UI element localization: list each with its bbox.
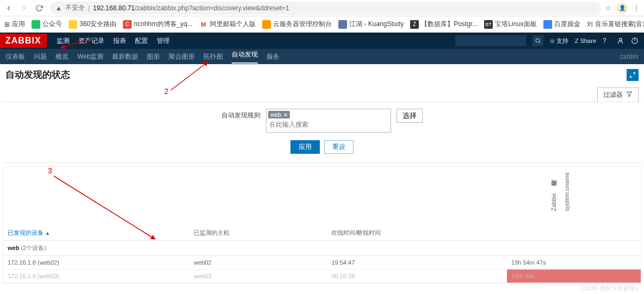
user-icon[interactable] [617, 37, 624, 45]
multiselect-input[interactable] [268, 118, 389, 130]
filter-icon [626, 91, 633, 99]
svg-marker-5 [627, 92, 632, 97]
sub-screens[interactable]: 聚合图形 [169, 52, 195, 61]
insecure-icon: ▲ [55, 4, 62, 12]
bookmark-icon [543, 20, 552, 29]
support-link[interactable]: ⊙ 支持 [550, 37, 568, 45]
discovery-table: 已发现的设备 ▲ 已监测的主机 在线时间/断线时间 web (2个设备) 172… [3, 226, 641, 283]
app-header: ZABBIX 监测 资产记录 报表 配置 管理 ⊙ 支持 Z Share ? [0, 33, 644, 49]
nav-administration[interactable]: 管理 [157, 36, 170, 46]
search-icon [535, 37, 541, 44]
fullscreen-icon [629, 72, 636, 78]
bookmark-icon [69, 20, 77, 29]
filter-tab-bar: 过滤器 [0, 85, 644, 102]
sort-asc-icon: ▲ [45, 230, 50, 236]
apps-icon: ⊞ [4, 21, 10, 28]
star-icon[interactable]: ☆ [605, 4, 611, 12]
col-discovered-device[interactable]: 已发现的设备 ▲ [3, 226, 189, 241]
back-icon[interactable] [4, 4, 13, 12]
svg-line-1 [539, 42, 540, 43]
filter-rule-label: 自动发现规则 [221, 109, 261, 120]
fullscreen-button[interactable] [627, 69, 639, 81]
sub-problems[interactable]: 问题 [34, 52, 47, 61]
bookmark-item[interactable]: BT宝塔Linux面板 [484, 20, 537, 29]
nav-reports[interactable]: 报表 [113, 36, 126, 46]
bookmark-icon: Z [410, 20, 419, 29]
nav-monitoring[interactable]: 监测 [57, 36, 70, 46]
bookmark-item[interactable]: Cncnhhm的博客_yq... [123, 20, 193, 29]
insecure-label: 不安全 [65, 3, 85, 12]
address-bar[interactable]: ▲ 不安全 | 192.168.80.71/zabbix/zabbix.php?… [50, 2, 601, 15]
nav-configuration[interactable]: 配置 [135, 36, 148, 46]
url-host: 192.168.80.71 [93, 4, 135, 12]
main-nav: 监测 资产记录 报表 配置 管理 [57, 36, 170, 46]
logo[interactable]: ZABBIX [0, 34, 47, 48]
tag-remove-icon[interactable]: ✕ [283, 112, 288, 118]
filter-panel: 自动发现规则 web ✕ 选择 应用 重设 [3, 102, 641, 163]
profile-avatar[interactable]: 👤 [617, 3, 628, 14]
bookmark-item[interactable]: 刘音乐直链搜索|音乐... [587, 20, 644, 29]
table-row: 172.16.1.9 (web03) web03 00:16:35 16m 35… [3, 270, 641, 283]
sub-brand: zabbix [620, 53, 639, 60]
url-rest: /zabbix/zabbix.php?action=discovery.view… [135, 4, 289, 12]
sub-services[interactable]: 服务 [267, 52, 280, 61]
bookmark-bar: ⊞应用 公众号 360安全路由 Cncnhhm的博客_yq... M阿里邮箱个人… [0, 16, 644, 33]
vertical-label: Zabbix 客户端 [550, 172, 558, 211]
cell-host: web03 [189, 270, 327, 283]
select-button[interactable]: 选择 [397, 109, 423, 123]
filter-tag: web ✕ [268, 111, 290, 118]
cell-host: web02 [189, 256, 327, 270]
kebab-menu-icon[interactable]: ⋮ [633, 4, 640, 12]
discovery-rule-multiselect[interactable]: web ✕ [266, 109, 391, 133]
apply-button[interactable]: 应用 [290, 140, 320, 154]
bookmark-item[interactable]: 江湖 - KuangStudy [338, 20, 404, 29]
browser-toolbar: ▲ 不安全 | 192.168.80.71/zabbix/zabbix.php?… [0, 0, 644, 16]
logout-icon[interactable] [631, 37, 639, 45]
sub-latest[interactable]: 最新数据 [112, 52, 138, 61]
col-uptime: 在线时间/断线时间 [327, 226, 507, 241]
nav-inventory[interactable]: 资产记录 [78, 36, 104, 46]
cell-uptime: 19:54:47 [327, 256, 507, 270]
cell-device: 172.16.1.9 (web03) [3, 270, 189, 283]
svg-point-0 [536, 39, 540, 42]
reset-button[interactable]: 重设 [324, 140, 354, 154]
sub-web[interactable]: Web监测 [77, 52, 103, 61]
bookmark-item[interactable]: Z【数据库】Postgr... [410, 20, 478, 29]
sub-discovery[interactable]: 自动发现 [232, 50, 258, 64]
sub-maps[interactable]: 拓扑图 [203, 52, 223, 61]
svg-point-2 [620, 38, 622, 41]
page-title: 自动发现的状态 [5, 68, 70, 81]
bookmark-item[interactable]: 百度掘金 [543, 20, 580, 29]
bookmark-item[interactable]: 360安全路由 [69, 20, 116, 29]
bookmark-item[interactable]: 云服务器管理控制台 [262, 20, 332, 29]
forward-icon[interactable] [20, 4, 28, 12]
watermark: CSDN @长安有故里y [581, 284, 639, 292]
search-button[interactable] [532, 35, 543, 46]
bookmark-icon [338, 20, 347, 29]
col-check [507, 226, 641, 241]
vertical-labels: Zabbix 客户端 system.uname [550, 172, 570, 211]
sub-nav: 仪表板 问题 概览 Web监测 最新数据 图形 聚合图形 拓扑图 自动发现 服务… [0, 49, 644, 64]
page-title-row: 自动发现的状态 [0, 64, 644, 85]
bookmark-item[interactable]: 公众号 [32, 20, 62, 29]
filter-tab[interactable]: 过滤器 [597, 87, 639, 102]
sub-overview[interactable]: 概览 [55, 52, 69, 61]
bookmark-item[interactable]: M阿里邮箱个人版 [199, 20, 256, 29]
cell-device: 172.16.1.8 (web02) [3, 256, 189, 270]
group-row: web (2个设备) [3, 241, 641, 256]
share-link[interactable]: Z Share [575, 37, 596, 44]
reload-icon[interactable] [35, 4, 44, 12]
cell-check: 19h 54m 47s [507, 256, 641, 270]
col-monitored-host: 已监测的主机 [189, 226, 327, 241]
global-search-input[interactable] [455, 35, 526, 46]
cell-uptime: 00:16:35 [327, 270, 507, 283]
help-icon[interactable]: ? [603, 37, 610, 45]
bookmark-icon [262, 20, 271, 29]
sub-dashboard[interactable]: 仪表板 [5, 52, 25, 61]
apps-button[interactable]: ⊞应用 [4, 20, 25, 29]
bookmark-icon: BT [484, 20, 493, 29]
table-row: 172.16.1.8 (web02) web02 19:54:47 19h 54… [3, 256, 641, 270]
bookmark-icon [32, 20, 40, 29]
result-area: Zabbix 客户端 system.uname 已发现的设备 ▲ 已监测的主机 … [3, 166, 641, 284]
sub-graphs[interactable]: 图形 [147, 52, 160, 61]
